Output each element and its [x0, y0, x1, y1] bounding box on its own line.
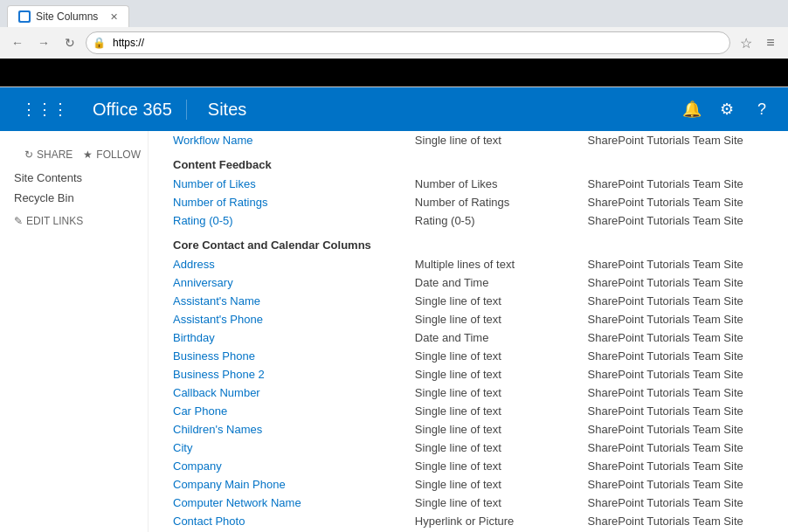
star-icon: ★: [83, 149, 93, 161]
refresh-button[interactable]: ↻: [59, 32, 80, 53]
column-site-cell: SharePoint Tutorials Team Site: [581, 131, 771, 149]
settings-button[interactable]: ⚙: [711, 93, 743, 125]
column-name-cell[interactable]: Children's Names: [166, 420, 408, 439]
table-row: Car PhoneSingle line of textSharePoint T…: [166, 402, 771, 420]
notifications-button[interactable]: 🔔: [676, 93, 708, 125]
column-type-cell: Multiple lines of text: [408, 255, 581, 273]
column-type-cell: Single line of text: [408, 494, 581, 512]
column-type-cell: Date and Time: [408, 273, 581, 292]
column-site-cell: SharePoint Tutorials Team Site: [581, 420, 771, 439]
main-layout: ↻ SHARE ★ FOLLOW Site Contents Recycle B…: [0, 131, 788, 532]
office365-logo[interactable]: Office 365: [79, 100, 187, 120]
column-name-cell[interactable]: Number of Likes: [166, 175, 408, 193]
tab-close-button[interactable]: ✕: [110, 11, 118, 23]
column-type-cell: Rating (0-5): [408, 211, 581, 230]
table-row: BirthdayDate and TimeSharePoint Tutorial…: [166, 328, 771, 347]
column-site-cell: SharePoint Tutorials Team Site: [581, 402, 771, 420]
address-container: 🔒: [86, 31, 730, 54]
table-row: Assistant's PhoneSingle line of textShar…: [166, 310, 771, 328]
column-name-cell[interactable]: Workflow Name: [166, 131, 408, 149]
table-row: Number of RatingsNumber of RatingsShareP…: [166, 193, 771, 211]
table-row: CompanySingle line of textSharePoint Tut…: [166, 457, 771, 475]
svg-rect-0: [20, 12, 29, 21]
table-row: Computer Network NameSingle line of text…: [166, 494, 771, 512]
column-type-cell: Single line of text: [408, 347, 581, 365]
column-name-cell[interactable]: Company: [166, 457, 408, 475]
follow-button[interactable]: ★ FOLLOW: [83, 149, 141, 161]
column-name-cell[interactable]: Assistant's Phone: [166, 310, 408, 328]
column-type-cell: Single line of text: [408, 439, 581, 457]
column-name-cell[interactable]: Car Phone: [166, 402, 408, 420]
column-name-cell[interactable]: Business Phone: [166, 347, 408, 365]
table-row: Rating (0-5)Rating (0-5)SharePoint Tutor…: [166, 211, 771, 230]
column-site-cell: SharePoint Tutorials Team Site: [581, 292, 771, 310]
column-site-cell: SharePoint Tutorials Team Site: [581, 211, 771, 230]
recycle-bin-link[interactable]: Recycle Bin: [0, 188, 148, 208]
column-site-cell: SharePoint Tutorials Team Site: [581, 457, 771, 475]
app-grid-icon[interactable]: ⋮⋮⋮: [10, 100, 79, 119]
column-type-cell: Hyperlink or Picture: [408, 512, 581, 530]
table-row: Company Main PhoneSingle line of textSha…: [166, 475, 771, 494]
column-site-cell: SharePoint Tutorials Team Site: [581, 475, 771, 494]
active-tab[interactable]: Site Columns ✕: [7, 5, 129, 27]
table-row: CitySingle line of textSharePoint Tutori…: [166, 439, 771, 457]
table-group-header: Core Contact and Calendar Columns: [166, 230, 771, 255]
column-name-cell[interactable]: Anniversary: [166, 273, 408, 292]
site-contents-link[interactable]: Site Contents: [0, 168, 148, 188]
column-site-cell: SharePoint Tutorials Team Site: [581, 273, 771, 292]
column-type-cell: Single line of text: [408, 402, 581, 420]
table-row: Children's NamesSingle line of textShare…: [166, 420, 771, 439]
column-site-cell: SharePoint Tutorials Team Site: [581, 383, 771, 402]
left-navigation: ↻ SHARE ★ FOLLOW Site Contents Recycle B…: [0, 131, 149, 532]
column-name-cell[interactable]: Rating (0-5): [166, 211, 408, 230]
address-right-buttons: ☆ ≡: [736, 32, 781, 53]
menu-button[interactable]: ≡: [760, 32, 781, 53]
column-name-cell[interactable]: Callback Number: [166, 383, 408, 402]
address-bar: ← → ↻ 🔒 ☆ ≡: [0, 27, 788, 59]
column-type-cell: Number of Likes: [408, 175, 581, 193]
column-site-cell: SharePoint Tutorials Team Site: [581, 328, 771, 347]
black-overlay-bar: [0, 59, 788, 86]
pencil-icon: ✎: [14, 215, 23, 227]
back-button[interactable]: ←: [7, 32, 28, 53]
column-type-cell: Single line of text: [408, 131, 581, 149]
bookmark-button[interactable]: ☆: [736, 32, 757, 53]
column-site-cell: SharePoint Tutorials Team Site: [581, 494, 771, 512]
column-name-cell[interactable]: Number of Ratings: [166, 193, 408, 211]
forward-button[interactable]: →: [33, 32, 54, 53]
column-type-cell: Number of Ratings: [408, 193, 581, 211]
column-name-cell[interactable]: Assistant's Name: [166, 292, 408, 310]
column-type-cell: Date and Time: [408, 328, 581, 347]
column-name-cell[interactable]: Birthday: [166, 328, 408, 347]
table-row: Assistant's NameSingle line of textShare…: [166, 292, 771, 310]
group-header-cell: Content Feedback: [166, 149, 771, 175]
group-header-cell: Core Contact and Calendar Columns: [166, 230, 771, 255]
column-name-cell[interactable]: Business Phone 2: [166, 365, 408, 383]
office365-topbar: ⋮⋮⋮ Office 365 Sites 🔔 ⚙ ?: [0, 87, 788, 131]
sites-label[interactable]: Sites: [194, 100, 260, 120]
column-name-cell[interactable]: City: [166, 439, 408, 457]
column-type-cell: Single line of text: [408, 292, 581, 310]
column-type-cell: Single line of text: [408, 383, 581, 402]
address-input[interactable]: [86, 31, 730, 54]
column-name-cell[interactable]: Contact Photo: [166, 512, 408, 530]
column-name-cell[interactable]: Address: [166, 255, 408, 273]
table-group-header: Content Feedback: [166, 149, 771, 175]
browser-chrome: Site Columns ✕ ← → ↻ 🔒 ☆ ≡: [0, 0, 788, 87]
column-type-cell: Single line of text: [408, 420, 581, 439]
column-site-cell: SharePoint Tutorials Team Site: [581, 439, 771, 457]
column-type-cell: Single line of text: [408, 365, 581, 383]
share-button[interactable]: ↻ SHARE: [24, 149, 73, 161]
edit-links-button[interactable]: ✎ EDIT LINKS: [0, 208, 148, 234]
help-button[interactable]: ?: [746, 93, 778, 125]
table-row: AnniversaryDate and TimeSharePoint Tutor…: [166, 273, 771, 292]
column-name-cell[interactable]: Company Main Phone: [166, 475, 408, 494]
column-name-cell[interactable]: Computer Network Name: [166, 494, 408, 512]
table-row: AddressMultiple lines of textSharePoint …: [166, 255, 771, 273]
column-type-cell: Single line of text: [408, 310, 581, 328]
table-row: Number of LikesNumber of LikesSharePoint…: [166, 175, 771, 193]
column-type-cell: Single line of text: [408, 475, 581, 494]
column-site-cell: SharePoint Tutorials Team Site: [581, 175, 771, 193]
column-type-cell: Single line of text: [408, 457, 581, 475]
column-site-cell: SharePoint Tutorials Team Site: [581, 512, 771, 530]
